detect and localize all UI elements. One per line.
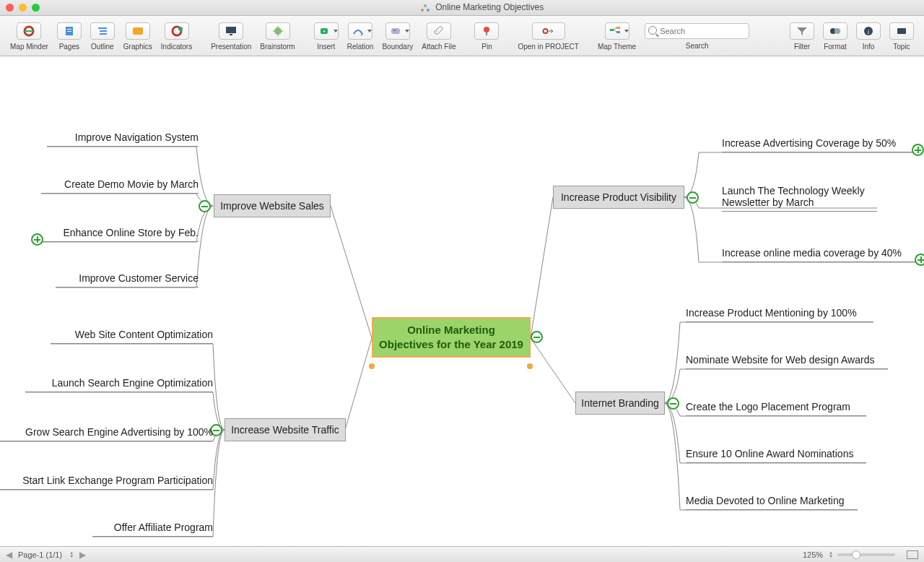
- svg-rect-10: [133, 27, 143, 35]
- svg-rect-30: [897, 28, 906, 34]
- toolbar: Map Minder Pages Outline Graphics Indica…: [0, 16, 924, 56]
- leaf-item[interactable]: Launch Search Engine Optimization: [25, 377, 213, 392]
- branch-internet-branding[interactable]: Internet Branding: [575, 392, 665, 415]
- leaf-item[interactable]: Create the Logo Placement Program: [686, 401, 866, 416]
- toolbar-group-theme: Map Theme: [593, 17, 640, 56]
- leaf-item[interactable]: Start Link Exchange Program Participatio…: [0, 475, 213, 490]
- insert-button[interactable]: +Insert: [310, 17, 343, 56]
- collapse-toggle[interactable]: [199, 200, 211, 212]
- leaf-item[interactable]: Media Devoted to Online Marketing: [686, 495, 858, 510]
- collapse-toggle[interactable]: [667, 397, 679, 410]
- window-controls: [6, 4, 40, 12]
- page-label: Page-1 (1/1): [18, 550, 62, 559]
- leaf-item[interactable]: Offer Affiliate Program: [92, 522, 213, 537]
- leaf-item[interactable]: Create Demo Movie by March: [41, 178, 199, 194]
- svg-point-15: [274, 27, 282, 35]
- pages-button[interactable]: Pages: [53, 17, 86, 56]
- leaf-item[interactable]: Enhance Online Store by Feb.: [41, 227, 199, 242]
- central-topic[interactable]: Online MarketingObjectives for the Year …: [372, 317, 531, 358]
- svg-rect-14: [230, 34, 232, 35]
- filter-button[interactable]: Filter: [785, 17, 819, 56]
- next-page-button[interactable]: ▶: [79, 550, 86, 560]
- window-title: Online Marketing Objectives: [45, 2, 918, 13]
- leaf-item[interactable]: Improve Navigation System: [47, 131, 199, 147]
- leaf-item[interactable]: Ensure 10 Online Award Nominations: [686, 448, 866, 463]
- expand-toggle[interactable]: [912, 144, 924, 156]
- zoom-stepper[interactable]: ▲▼: [829, 551, 833, 558]
- svg-point-12: [178, 27, 183, 31]
- svg-point-2: [427, 9, 430, 12]
- leaf-item[interactable]: Nominate Website for Web design Awards: [686, 354, 888, 369]
- zoom-slider[interactable]: [837, 553, 895, 556]
- brainstorm-button[interactable]: Brainstorm: [256, 17, 299, 56]
- branch-increase-website-traffic[interactable]: Increase Website Traffic: [225, 418, 346, 441]
- presentation-button[interactable]: Presentation: [206, 17, 256, 56]
- indicators-button[interactable]: Indicators: [157, 17, 196, 56]
- close-icon[interactable]: [6, 4, 14, 12]
- search-icon: [648, 26, 657, 35]
- svg-rect-5: [67, 29, 71, 30]
- topic-button[interactable]: Topic: [885, 17, 918, 56]
- prev-page-button[interactable]: ◀: [6, 550, 12, 560]
- svg-point-27: [834, 28, 840, 34]
- svg-line-33: [531, 197, 553, 338]
- toolbar-group-insert: +Insert Relation Boundary Attach File: [310, 17, 461, 56]
- expand-toggle[interactable]: [915, 254, 924, 266]
- collapse-toggle[interactable]: [687, 191, 699, 204]
- svg-rect-13: [226, 27, 236, 33]
- svg-rect-7: [98, 27, 107, 29]
- svg-rect-24: [616, 27, 620, 29]
- svg-point-1: [421, 9, 424, 12]
- svg-rect-25: [616, 31, 620, 33]
- svg-point-22: [543, 29, 547, 33]
- document-icon: [420, 3, 430, 13]
- collapse-toggle[interactable]: [531, 331, 543, 343]
- map-theme-button[interactable]: Map Theme: [593, 17, 640, 56]
- titlebar: Online Marketing Objectives: [0, 0, 924, 16]
- leaf-item[interactable]: Increase online media coverage by 40%: [722, 247, 924, 262]
- open-in-project-button[interactable]: Open in PROJECT: [513, 17, 583, 56]
- branch-increase-product-visibility[interactable]: Increase Product Visibility: [553, 186, 684, 209]
- search-input[interactable]: [645, 23, 749, 39]
- relation-button[interactable]: Relation: [343, 17, 378, 56]
- svg-rect-23: [610, 29, 614, 31]
- svg-line-31: [331, 206, 372, 338]
- selection-handle[interactable]: [527, 363, 533, 369]
- statusbar: ◀ Page-1 (1/1) ▲▼ ▶ 125% ▲▼: [0, 546, 924, 562]
- outline-button[interactable]: Outline: [86, 17, 119, 56]
- fit-view-icon[interactable]: [907, 550, 918, 559]
- leaf-item[interactable]: Grow Search Engine Advertising by 100%: [0, 426, 213, 441]
- svg-point-20: [484, 27, 489, 33]
- leaf-item[interactable]: Web Site Content Optimization: [51, 329, 213, 344]
- leaf-item[interactable]: Improve Customer Service: [56, 272, 199, 288]
- branch-improve-website-sales[interactable]: Improve Website Sales: [214, 194, 331, 217]
- maximize-icon[interactable]: [32, 4, 40, 12]
- svg-text:+: +: [322, 28, 326, 35]
- selection-handle[interactable]: [369, 363, 375, 369]
- attach-file-button[interactable]: Attach File: [417, 17, 460, 56]
- info-button[interactable]: iInfo: [852, 17, 885, 56]
- page-nav: ◀ Page-1 (1/1) ▲▼ ▶: [6, 550, 86, 560]
- svg-rect-6: [67, 31, 71, 32]
- minimize-icon[interactable]: [19, 4, 27, 12]
- toolbar-group-project: Open in PROJECT: [513, 17, 583, 56]
- leaf-item[interactable]: Increase Product Mentioning by 100%: [686, 307, 873, 322]
- page-stepper[interactable]: ▲▼: [69, 551, 74, 558]
- pin-button[interactable]: Pin: [470, 17, 503, 56]
- boundary-button[interactable]: Boundary: [378, 17, 417, 56]
- toolbar-group-right: Filter Format iInfo Topic: [785, 17, 918, 56]
- svg-rect-8: [100, 30, 107, 32]
- expand-toggle[interactable]: [31, 233, 43, 246]
- svg-rect-21: [486, 32, 487, 35]
- graphics-button[interactable]: Graphics: [119, 17, 157, 56]
- leaf-item[interactable]: Increase Advertising Coverage by 50%: [722, 137, 915, 152]
- toolbar-group-views: Map Minder Pages Outline Graphics Indica…: [6, 17, 196, 56]
- toolbar-group-modes: Presentation Brainstorm: [206, 17, 300, 56]
- leaf-item[interactable]: Launch The Technology Weekly Newsletter …: [722, 185, 877, 212]
- svg-rect-19: [393, 30, 396, 31]
- svg-line-34: [531, 338, 575, 403]
- window-title-text: Online Marketing Objectives: [435, 2, 544, 12]
- map-minder-button[interactable]: Map Minder: [6, 17, 53, 56]
- format-button[interactable]: Format: [819, 17, 852, 56]
- mindmap-canvas[interactable]: Online MarketingObjectives for the Year …: [0, 56, 924, 546]
